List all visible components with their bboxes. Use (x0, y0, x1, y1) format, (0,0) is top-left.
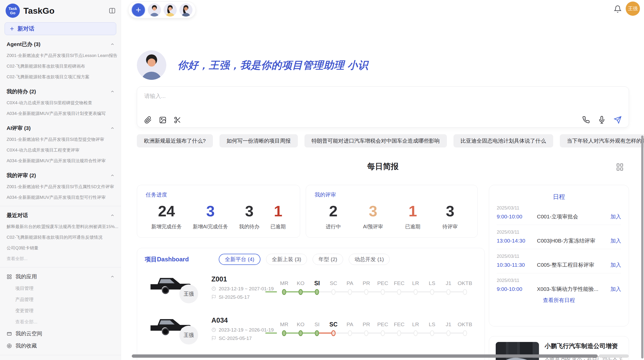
event-title: C003|H0B-方案冻结评审 (537, 237, 607, 244)
app-shortcut[interactable]: 产品管理 (0, 294, 121, 305)
milestone-label: SC (325, 320, 342, 329)
event-join-link[interactable]: 加入 (610, 213, 621, 220)
tool-row[interactable]: AI超级员工 (0, 358, 121, 360)
app-shortcut[interactable]: 变更管理 (0, 305, 121, 316)
stat: 3我的待办 (239, 202, 259, 230)
sidebar-item[interactable]: C0X4-动力总成开发项目SI里程碑提交物检查 (0, 98, 121, 108)
dashboard-tab[interactable]: 年型 (2) (313, 254, 343, 265)
scissors-icon[interactable] (174, 116, 181, 124)
logo-text-2: Go (10, 11, 16, 15)
avatar[interactable] (164, 3, 177, 17)
user-avatar[interactable]: 王强 (626, 2, 640, 16)
suggestion-chip[interactable]: 如何写一份清晰的项目周报 (219, 134, 298, 147)
sidebar-collapse-icon[interactable] (109, 7, 116, 14)
sidebar-group-title: Agent已办 (3) (7, 41, 40, 48)
sidebar-item[interactable]: A034-全新新能源MUV产品开发项目法规符合性评审 (0, 156, 121, 166)
dashboard-tab[interactable]: 全新上装 (3) (266, 254, 307, 265)
avatar[interactable] (148, 3, 161, 17)
sidebar-item[interactable]: C02-飞腾新能源轻客改款项目里程碑画布 (0, 61, 121, 72)
sidebar-group-header[interactable]: 我的评审 (2) (0, 169, 121, 182)
chat-input[interactable] (137, 87, 629, 111)
sidebar-group-header[interactable]: AI评审 (3) (0, 122, 121, 134)
milestone-label: LS (424, 279, 440, 288)
milestone: SC (325, 279, 342, 296)
vertical-scrollbar-thumb[interactable] (641, 136, 643, 358)
recent-chat-item[interactable]: 公司Q3轻卡销量 (0, 243, 121, 253)
stat: 3待评审 (443, 202, 458, 230)
sidebar-item[interactable]: C02-飞腾新能源轻客改款项目立项汇报方案 (0, 72, 121, 82)
avatar[interactable] (179, 3, 193, 17)
suggestion-chip[interactable]: 当下年轻人对汽车外观有怎样的喜好趋势 (560, 134, 644, 147)
news-title: 小鹏飞行汽车制造公司增资 (545, 342, 622, 350)
project-flag-date: SC-2025-05-17 (211, 336, 274, 341)
milestone-timeline: MRKOSISCPAPRPECFECLRLSJ1OKTB (276, 279, 473, 296)
schedule-card: 日程 2025/03/119:00-10:00C001-立项审批会加入2025/… (489, 185, 629, 326)
project-code: A034 (211, 317, 274, 324)
stat-value: 3 (363, 202, 383, 221)
event-time: 9:00-10:00 (497, 214, 537, 220)
app-shortcut[interactable]: 项目管理 (0, 283, 121, 294)
event-join-link[interactable]: 加入 (610, 237, 621, 244)
dashboard-header: 项目Dashboard 全新平台 (4)全新上装 (3)年型 (2)动总开发 (… (145, 254, 477, 265)
recent-chat-item[interactable]: C02-飞腾新能源轻客改款项目的闭环通告反馈情况 (0, 232, 121, 243)
send-icon[interactable] (614, 116, 622, 124)
milestone-label: SI (309, 279, 325, 288)
milestone-dot (315, 330, 319, 336)
milestone-label: PR (358, 279, 375, 288)
suggestion-chip[interactable]: 特朗普可能对进口汽车增税会对中国车企造成哪些影响 (304, 134, 447, 147)
milestone-label: MR (276, 320, 292, 329)
mic-icon[interactable] (598, 116, 606, 124)
milestone-label: LR (407, 279, 424, 288)
bell-icon[interactable] (614, 5, 622, 14)
new-chat-label: 新对话 (18, 25, 34, 33)
project-flag-date: SI-2025-05-17 (211, 294, 274, 300)
horizontal-scrollbar-thumb[interactable] (132, 354, 598, 358)
sidebar-item[interactable]: Z001-全新燃油轻卡产品开发项目SI节点属性5D文件评审 (0, 182, 121, 192)
sidebar-item[interactable]: C0X4-动力总成开发项目工程变更评审 (0, 145, 121, 156)
favorites-row[interactable]: 我的收藏 (0, 340, 121, 352)
paperclip-icon[interactable] (144, 116, 152, 124)
milestone-label: SC (325, 279, 342, 288)
layout-grid-icon[interactable] (616, 163, 624, 172)
event-join-link[interactable]: 加入 (610, 261, 621, 268)
sidebar-group-header[interactable]: 我的待办 (2) (0, 85, 121, 98)
recent-chat-item[interactable]: 解释最新出台的欧盟报废车法规再生塑料比例被调至15%... (0, 221, 121, 232)
sidebar-item[interactable]: A034-全新新能源MUV产品开发项目计划变更表编写 (0, 108, 121, 119)
event-join-link[interactable]: 加入 (610, 286, 621, 293)
suggestion-chip[interactable]: 欧洲新规最近颁布了什么? (137, 134, 213, 147)
my-apps-row[interactable]: 我的应用 (0, 271, 121, 283)
stats-card: 我的评审2进行中3AI预评审1已逾期3待评审 (306, 185, 478, 238)
sidebar-item[interactable]: A034-全新新能源MUV产品开发项目造型可行性评审 (0, 192, 121, 203)
recent-see-all[interactable]: 查看全部... (0, 253, 121, 264)
sidebar-item[interactable]: Z001-全新燃油轻卡产品开发项目SI造型提交物评审 (0, 134, 121, 145)
clock-icon (211, 286, 216, 291)
dashboard-tab[interactable]: 全新平台 (4) (219, 254, 260, 265)
hero-section: 你好，王强，我是你的项目管理助理 小识 (137, 50, 368, 80)
favorites-label: 我的收藏 (16, 342, 115, 349)
sidebar-item[interactable]: Z001-全新燃油皮卡产品开发项目SI节点Lesson Learn报告 (0, 50, 121, 61)
schedule-see-all[interactable]: 查看所有日程 (497, 297, 621, 304)
stat: 24新增完成任务 (151, 202, 182, 230)
apps-see-all[interactable]: 查看全部... (0, 316, 121, 327)
dashboard-tab[interactable]: 动总开发 (1) (349, 254, 390, 265)
suggestion-chip[interactable]: 比亚迪全固态电池计划具体说了什么 (453, 134, 553, 147)
image-icon[interactable] (159, 116, 167, 124)
milestone-label: J1 (440, 320, 457, 329)
stat-value: 1 (270, 202, 286, 221)
chevron-up-icon (110, 213, 115, 218)
add-session-button[interactable] (131, 3, 145, 17)
new-chat-button[interactable]: 新对话 (5, 22, 116, 35)
cloud-space-row[interactable]: 我的云空间 (0, 327, 121, 340)
milestone-dot (298, 330, 303, 336)
milestone-label: LS (424, 320, 440, 329)
sidebar-group-header[interactable]: Agent已办 (3) (0, 38, 121, 50)
milestone: SI (309, 320, 325, 338)
star-icon (7, 343, 12, 349)
milestone-dot (348, 289, 352, 295)
project-row[interactable]: 王强Z0012023-12-19 ~ 2027-01-19SI-2025-05-… (145, 269, 477, 306)
project-row[interactable]: 王强A0342023-12-19 ~ 2026-01-19SC-2025-05-… (145, 310, 477, 347)
stat: 2进行中 (326, 202, 341, 230)
milestone-dot (397, 289, 401, 295)
recent-chats-header[interactable]: 最近对话 (0, 209, 121, 221)
phone-icon[interactable] (582, 116, 590, 124)
